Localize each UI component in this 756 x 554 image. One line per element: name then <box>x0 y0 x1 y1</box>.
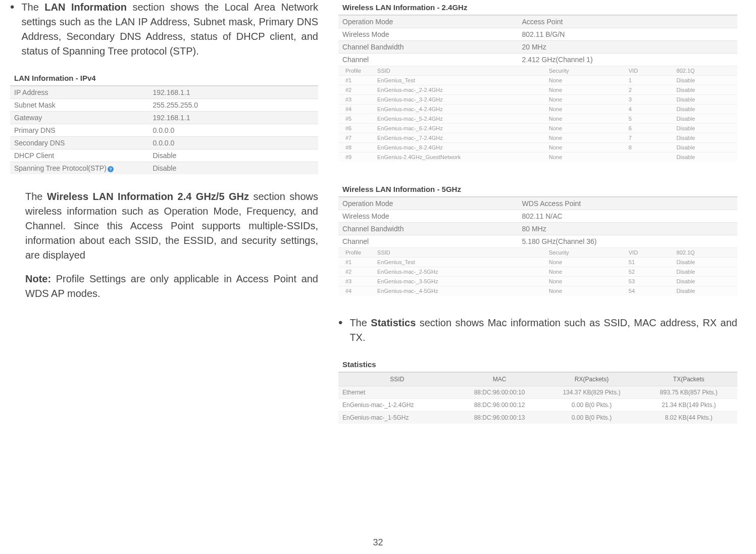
cell: Disable <box>674 105 737 114</box>
cell: 51 <box>626 258 674 267</box>
cell: 52 <box>626 267 674 277</box>
text-bold: Wireless LAN Information 2.4 GHz/5 GHz <box>47 191 249 202</box>
column-header: TX(Packets <box>640 373 737 386</box>
text-bold: Statistics <box>371 317 416 328</box>
cell: EnGenius-mac-_2-2.4GHz <box>374 85 546 95</box>
table-row: Primary DNS0.0.0.0 <box>10 124 318 137</box>
cell: None <box>546 133 626 143</box>
table-key: IP Address <box>10 86 149 99</box>
cell: EnGenius-mac-_5-2.4GHz <box>374 114 546 124</box>
cell: None <box>546 267 626 277</box>
statistics-title: Statistics <box>338 357 737 372</box>
cell: Disable <box>674 153 737 162</box>
bullet-icon: • <box>10 0 14 68</box>
cell: EnGenius-mac-_3-5GHz <box>374 277 546 286</box>
table-key: Wireless Mode <box>338 210 518 223</box>
cell: 6 <box>626 124 674 133</box>
page-number: 32 <box>0 537 756 548</box>
text: The <box>25 191 47 202</box>
cell: Disable <box>674 114 737 124</box>
lan-info-table: LAN Information - IPv4 IP Address192.168… <box>10 71 318 174</box>
column-header: Security <box>546 248 626 258</box>
cell: #9 <box>338 153 374 162</box>
cell: 8.02 KB(44 Pkts.) <box>640 412 737 424</box>
note-label: Note: <box>25 273 51 284</box>
table-key: Channel Bandwidth <box>338 223 518 235</box>
column-header: RX(Packets) <box>543 373 640 386</box>
table-key: Gateway <box>10 112 149 124</box>
wlan-5-block: Wireless LAN Information - 5GHz Operatio… <box>338 182 737 295</box>
table-key: Spanning Tree Protocol(STP)? <box>10 162 149 175</box>
cell: None <box>546 114 626 124</box>
table-row: EnGenius-mac-_1-5GHz88:DC:96:00:00:130.0… <box>338 412 737 424</box>
table-row: #3EnGenius-mac-_3-2.4GHzNone3Disable <box>338 95 737 105</box>
table-key: Operation Mode <box>338 197 518 210</box>
table-row: Wireless Mode802.11 B/G/N <box>338 28 737 41</box>
cell: None <box>546 286 626 296</box>
cell: None <box>546 76 626 85</box>
text: The <box>21 2 44 13</box>
cell: 54 <box>626 286 674 296</box>
cell: 0.00 B(0 Pkts.) <box>543 412 640 424</box>
cell: EnGenius_Test <box>374 76 546 85</box>
column-header: SSID <box>338 373 456 386</box>
column-header: VID <box>626 248 674 258</box>
cell: Disable <box>674 258 737 267</box>
column-header: MAC <box>456 373 543 386</box>
table-row: #6EnGenius-mac-_6-2.4GHzNone6Disable <box>338 124 737 133</box>
table-row: Channel Bandwidth20 MHz <box>338 41 737 54</box>
column-header: Profile <box>338 248 374 258</box>
column-header: 802.1Q <box>674 66 737 76</box>
cell: 88:DC:96:00:00:12 <box>456 399 543 412</box>
cell: 3 <box>626 95 674 105</box>
cell: 4 <box>626 105 674 114</box>
cell: #6 <box>338 124 374 133</box>
cell: 21.34 KB(149 Pkts.) <box>640 399 737 412</box>
table-row: #8EnGenius-mac-_8-2.4GHzNone8Disable <box>338 143 737 153</box>
cell: Disable <box>674 76 737 85</box>
cell: EnGenius-2.4GHz_GuestNetwork <box>374 153 546 162</box>
table-value: 80 MHz <box>518 223 738 235</box>
cell: Disable <box>674 286 737 296</box>
text-bold: LAN Information <box>44 2 127 13</box>
table-row: Gateway192.168.1.1 <box>10 112 318 124</box>
table-row: IP Address192.168.1.1 <box>10 86 318 99</box>
cell: Disable <box>674 133 737 143</box>
table-header-row: ProfileSSIDSecurityVID802.1Q <box>338 248 737 258</box>
table-row: #1EnGenius_TestNone51Disable <box>338 258 737 267</box>
table-row: Spanning Tree Protocol(STP)?Disable <box>10 162 318 175</box>
cell: 7 <box>626 133 674 143</box>
cell: 88:DC:96:00:00:13 <box>456 412 543 424</box>
table-value: 5.180 GHz(Channel 36) <box>518 235 738 248</box>
cell: Disable <box>674 124 737 133</box>
cell: EnGenius-mac-_1-2.4GHz <box>338 399 456 412</box>
cell: None <box>546 124 626 133</box>
cell: 0.00 B(0 Pkts.) <box>543 399 640 412</box>
column-header: Profile <box>338 66 374 76</box>
table-row: #7EnGenius-mac-_7-2.4GHzNone7Disable <box>338 133 737 143</box>
table-row: Operation ModeWDS Access Point <box>338 197 737 210</box>
cell: #1 <box>338 258 374 267</box>
table-row: #3EnGenius-mac-_3-5GHzNone53Disable <box>338 277 737 286</box>
cell: 134.37 KB(829 Pkts.) <box>543 386 640 399</box>
cell: EnGenius-mac-_8-2.4GHz <box>374 143 546 153</box>
cell: #3 <box>338 95 374 105</box>
table-key: Operation Mode <box>338 16 518 28</box>
column-header: VID <box>626 66 674 76</box>
table-row: #1EnGenius_TestNone1Disable <box>338 76 737 85</box>
column-header: SSID <box>374 66 546 76</box>
cell: #4 <box>338 105 374 114</box>
help-icon[interactable]: ? <box>108 166 114 172</box>
cell: 53 <box>626 277 674 286</box>
table-row: Ethernet88:DC:96:00:00:10134.37 KB(829 P… <box>338 386 737 399</box>
table-row: #4EnGenius-mac-_4-5GHzNone54Disable <box>338 286 737 296</box>
cell: #3 <box>338 277 374 286</box>
table-row: Wireless Mode802.11 N/AC <box>338 210 737 223</box>
table-value: 802.11 N/AC <box>518 210 738 223</box>
table-row: #4EnGenius-mac-_4-2.4GHzNone4Disable <box>338 105 737 114</box>
cell: Disable <box>674 277 737 286</box>
statistics-table-block: Statistics SSIDMACRX(Packets)TX(PacketsE… <box>338 357 737 424</box>
table-value: 192.168.1.1 <box>149 86 319 99</box>
cell: None <box>546 153 626 162</box>
cell: Disable <box>674 267 737 277</box>
